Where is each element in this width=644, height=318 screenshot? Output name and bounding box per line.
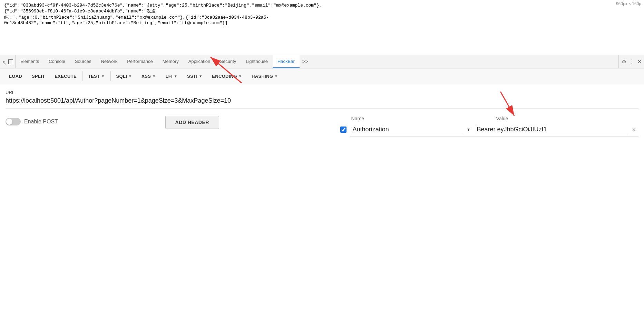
sqli-dropdown-icon: ▼	[128, 74, 132, 78]
svg-line-3	[500, 92, 514, 116]
settings-icon[interactable]: ⚙	[622, 58, 626, 65]
tab-elements[interactable]: Elements	[16, 55, 44, 68]
url-label: URL	[6, 90, 638, 95]
dimensions-label: 960px × 160p	[616, 1, 641, 6]
tab-memory[interactable]: Memory	[158, 55, 184, 68]
header-column-labels: Name Value	[340, 116, 638, 121]
split-button[interactable]: SPLIT	[27, 72, 50, 81]
xss-dropdown-icon: ▼	[152, 74, 156, 78]
header-name-input[interactable]	[351, 124, 462, 135]
json-response-area: 960px × 160p {"id":"033abd93-cf9f-4403-b…	[0, 0, 644, 55]
test-button[interactable]: TEST ▼	[83, 72, 110, 81]
test-dropdown-icon: ▼	[101, 74, 105, 78]
devtools-left-icons: ↖	[0, 55, 16, 68]
hackbar-content: URL https://localhost:5001/api/Author?pa…	[0, 84, 644, 137]
devtools-tabs: Elements Console Sources Network Perform…	[16, 55, 618, 68]
lfi-dropdown-icon: ▼	[174, 74, 177, 78]
separator-2	[110, 71, 111, 81]
enable-post-toggle[interactable]	[6, 118, 21, 125]
separator-1	[82, 71, 82, 81]
header-name-dropdown-icon[interactable]: ▼	[467, 127, 471, 132]
tab-hackbar[interactable]: HackBar	[273, 55, 300, 68]
more-options-icon[interactable]: ⋮	[629, 58, 635, 65]
tab-performance[interactable]: Performance	[122, 55, 157, 68]
red-arrow-annotation-bottom	[494, 88, 528, 124]
json-line-3: 纯，","age":0,"birthPlace":"ShiJiaZhuang",…	[4, 14, 640, 20]
tab-sources[interactable]: Sources	[70, 55, 96, 68]
url-value[interactable]: https://localhost:5001/api/Author?pageNu…	[6, 97, 638, 104]
header-checkbox[interactable]	[340, 127, 347, 133]
json-line-4: 0e18e48b482","name":"tt","age":25,"birth…	[4, 20, 640, 26]
lfi-button[interactable]: LFI ▼	[160, 72, 182, 81]
red-arrow-annotation-top	[200, 52, 255, 88]
controls-section: Enable POST ADD HEADER Na	[6, 116, 638, 137]
add-header-section: ADD HEADER	[58, 116, 340, 129]
load-button[interactable]: LOAD	[4, 72, 27, 81]
header-delete-button[interactable]: ×	[629, 125, 638, 135]
enable-post-label: Enable POST	[24, 119, 58, 125]
json-line-2: {"id":"356998eb-f810-46fa-81e9-c8eabc44d…	[4, 8, 640, 14]
tab-console[interactable]: Console	[44, 55, 70, 68]
cursor-icon[interactable]: ↖	[2, 59, 7, 64]
tab-network[interactable]: Network	[96, 55, 123, 68]
execute-button[interactable]: EXECUTE	[50, 72, 81, 81]
device-toggle-icon[interactable]	[8, 59, 13, 64]
hashing-dropdown-icon: ▼	[274, 74, 278, 78]
tab-more[interactable]: >>	[300, 55, 311, 68]
name-col-label: Name	[351, 116, 476, 121]
json-line-1: {"id":"033abd93-cf9f-4403-b294-7d52c3e4c…	[4, 3, 640, 8]
devtools-toolbar: ↖ Elements Console Sources Network Perfo…	[0, 55, 644, 68]
hackbar-toolbar: LOAD SPLIT EXECUTE TEST ▼ SQLI ▼ XSS ▼ L…	[0, 68, 644, 84]
url-divider	[6, 109, 638, 109]
sqli-button[interactable]: SQLI ▼	[111, 72, 137, 81]
xss-button[interactable]: XSS ▼	[137, 72, 160, 81]
svg-line-1	[211, 57, 242, 83]
enable-post-section: Enable POST	[6, 118, 58, 125]
header-entry-row: ▼ ×	[340, 124, 638, 135]
devtools-right-icons: ⚙ ⋮ ×	[618, 55, 644, 68]
close-devtools-icon[interactable]: ×	[637, 58, 641, 65]
header-entry-divider	[350, 137, 638, 137]
add-header-button[interactable]: ADD HEADER	[165, 116, 219, 129]
header-value-input[interactable]	[475, 124, 627, 135]
header-section: Name Value ▼ ×	[340, 116, 638, 137]
